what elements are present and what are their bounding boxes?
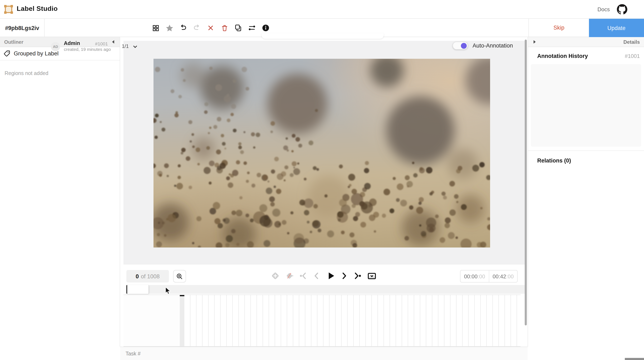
tag-icon — [3, 50, 10, 57]
divider — [44, 19, 45, 37]
floating-toolbar-cut — [262, 33, 384, 39]
frame-counter[interactable]: 0 of 1008 — [126, 270, 169, 283]
zoom-in-icon — [176, 272, 184, 280]
prev-frame-button[interactable] — [312, 271, 322, 281]
video-frame[interactable] — [154, 59, 490, 248]
avatar[interactable]: AD — [51, 42, 60, 51]
outliner-panel: Outliner Grouped by Label Regions not ad… — [0, 37, 120, 347]
annotator-name: Admin — [64, 40, 80, 46]
annotation-id: #1001 — [95, 41, 108, 46]
update-button[interactable]: Update — [589, 19, 644, 37]
timeline-view-toggle-icon — [366, 271, 377, 281]
next-keypoint-icon — [352, 271, 362, 281]
collapse-right-icon[interactable] — [532, 39, 537, 44]
relations-title: Relations (0) — [528, 151, 644, 164]
redo-icon — [193, 24, 201, 32]
collapse-left-icon[interactable] — [111, 39, 116, 44]
app-header: Label Studio Docs — [0, 0, 644, 19]
label-studio-app: Label Studio Docs #9pb8Lgs2iv AD Admin #… — [0, 0, 644, 360]
skip-button[interactable]: Skip — [529, 19, 589, 37]
play-button[interactable] — [326, 271, 336, 281]
total-time-main: 00:42 — [492, 273, 506, 279]
keypoint-add-icon — [270, 271, 280, 281]
vertical-scrollbar[interactable] — [525, 39, 527, 326]
details-panel: Details Annotation History #1001 Relatio… — [528, 37, 644, 347]
auto-annotation-toggle[interactable] — [452, 42, 468, 49]
docs-link[interactable]: Docs — [598, 6, 610, 12]
regions-empty-message: Regions not added — [4, 70, 120, 76]
annotation-history-list — [531, 64, 641, 147]
current-time[interactable]: 00:00:00 — [460, 270, 489, 282]
total-time-frames: :00 — [506, 273, 514, 279]
undo-icon — [179, 24, 187, 32]
current-frame-value[interactable]: 0 — [136, 273, 139, 279]
annotation-history-title: Annotation History — [537, 53, 588, 59]
duplicate-annotation-button[interactable] — [233, 23, 243, 33]
annotation-created: created, 19 minutes ago — [64, 47, 111, 52]
video-noise — [154, 59, 490, 248]
minimap-viewport-handle[interactable] — [126, 285, 148, 294]
total-frames-label: of 1008 — [141, 273, 160, 279]
undo-button[interactable] — [178, 23, 188, 33]
time-display: 00:00:00 00:42:00 — [460, 270, 518, 283]
annotation-history-id: #1001 — [625, 53, 640, 59]
next-frame-icon — [339, 271, 349, 281]
star-icon — [165, 23, 174, 32]
chevron-down-icon[interactable] — [133, 44, 138, 49]
details-title: Details — [623, 39, 640, 45]
github-icon[interactable] — [617, 4, 627, 14]
task-label: Task # — [126, 351, 140, 357]
current-time-frames: :00 — [478, 273, 485, 279]
prev-keypoint-icon — [298, 271, 308, 281]
timeline-grid[interactable] — [184, 295, 520, 346]
horizontal-scrollbar[interactable] — [625, 358, 644, 360]
duplicate-icon — [234, 24, 242, 32]
reset-annotation-button[interactable] — [206, 23, 216, 33]
delete-annotation-button[interactable] — [220, 23, 230, 33]
info-icon — [262, 24, 270, 32]
timeline-playhead[interactable] — [180, 295, 184, 346]
outliner-title: Outliner — [4, 39, 23, 45]
view-all-button[interactable] — [150, 23, 160, 33]
grouping-label: Grouped by Label — [14, 50, 58, 57]
auto-annotation-label: Auto-Annotation — [472, 42, 513, 49]
task-strip: Task # — [120, 347, 528, 360]
ground-truth-button[interactable] — [164, 23, 174, 33]
current-time-main: 00:00 — [464, 273, 478, 279]
next-frame-button[interactable] — [339, 271, 349, 281]
keyframe-remove-button[interactable] — [284, 271, 294, 281]
annotation-history-header: Annotation History #1001 — [528, 47, 644, 62]
timeline-track-labels — [124, 295, 180, 346]
toggle-knob — [461, 43, 467, 48]
settings-sliders-icon — [248, 24, 256, 32]
trash-icon — [220, 24, 228, 32]
keyframe-add-button[interactable] — [270, 271, 280, 281]
zoom-in-button[interactable] — [173, 270, 186, 283]
keypoint-remove-icon — [284, 271, 294, 281]
timeline[interactable] — [124, 295, 520, 347]
settings-sliders-button[interactable] — [247, 23, 257, 33]
info-button[interactable] — [261, 23, 271, 33]
details-header: Details — [528, 37, 644, 47]
total-time: 00:42:00 — [489, 270, 517, 282]
label-studio-logo[interactable] — [4, 4, 13, 14]
annotation-tools — [150, 23, 271, 33]
next-keypoint-button[interactable] — [352, 271, 362, 281]
task-id[interactable]: #9pb8Lgs2iv — [0, 19, 44, 37]
prev-frame-icon — [312, 271, 322, 281]
timeline-view-toggle-button[interactable] — [367, 271, 377, 281]
app-title: Label Studio — [17, 5, 58, 12]
annotation-pagination[interactable]: 1/1 — [122, 43, 129, 49]
close-icon — [207, 24, 214, 32]
play-icon — [325, 270, 336, 281]
grid-icon — [152, 24, 160, 32]
timeline-minimap[interactable] — [126, 285, 526, 294]
redo-button[interactable] — [192, 23, 202, 33]
prev-keypoint-button[interactable] — [298, 271, 308, 281]
